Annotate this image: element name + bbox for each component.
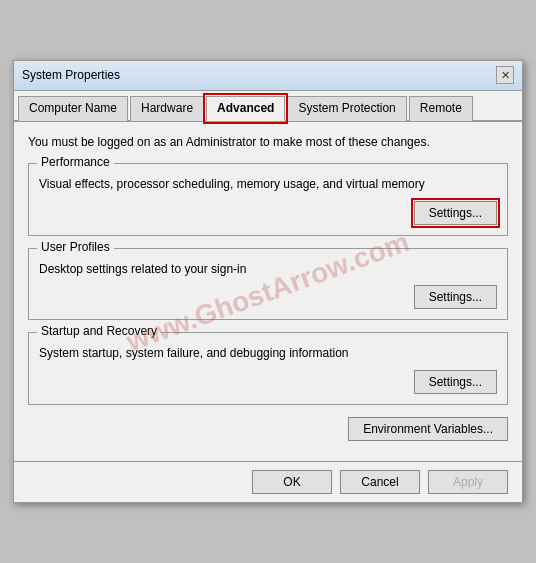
- user-profiles-group-title: User Profiles: [37, 240, 114, 254]
- tab-system-protection[interactable]: System Protection: [287, 96, 406, 121]
- ok-button[interactable]: OK: [252, 470, 332, 494]
- apply-button[interactable]: Apply: [428, 470, 508, 494]
- performance-group: Performance Visual effects, processor sc…: [28, 163, 508, 236]
- performance-group-title: Performance: [37, 155, 114, 169]
- startup-recovery-settings-button[interactable]: Settings...: [414, 370, 497, 394]
- startup-recovery-description: System startup, system failure, and debu…: [39, 345, 497, 362]
- system-properties-window: System Properties ✕ Computer Name Hardwa…: [13, 60, 523, 503]
- window-title: System Properties: [22, 68, 120, 82]
- tab-computer-name[interactable]: Computer Name: [18, 96, 128, 121]
- startup-recovery-group-title: Startup and Recovery: [37, 324, 161, 338]
- tab-advanced[interactable]: Advanced: [206, 96, 285, 121]
- user-profiles-settings-button[interactable]: Settings...: [414, 285, 497, 309]
- cancel-button[interactable]: Cancel: [340, 470, 420, 494]
- user-profiles-group: User Profiles Desktop settings related t…: [28, 248, 508, 321]
- environment-variables-button[interactable]: Environment Variables...: [348, 417, 508, 441]
- admin-notice: You must be logged on as an Administrato…: [28, 134, 508, 151]
- footer: OK Cancel Apply: [14, 461, 522, 502]
- tab-bar: Computer Name Hardware Advanced System P…: [14, 91, 522, 122]
- performance-settings-button[interactable]: Settings...: [414, 201, 497, 225]
- user-profiles-btn-row: Settings...: [39, 285, 497, 309]
- user-profiles-description: Desktop settings related to your sign-in: [39, 261, 497, 278]
- title-bar: System Properties ✕: [14, 61, 522, 91]
- env-variables-row: Environment Variables...: [28, 417, 508, 441]
- close-button[interactable]: ✕: [496, 66, 514, 84]
- startup-recovery-btn-row: Settings...: [39, 370, 497, 394]
- tab-content: You must be logged on as an Administrato…: [14, 122, 522, 461]
- content-area: www.GhostArrow.com You must be logged on…: [14, 122, 522, 461]
- performance-description: Visual effects, processor scheduling, me…: [39, 176, 497, 193]
- tab-remote[interactable]: Remote: [409, 96, 473, 121]
- tab-hardware[interactable]: Hardware: [130, 96, 204, 121]
- performance-btn-row: Settings...: [39, 201, 497, 225]
- startup-recovery-group: Startup and Recovery System startup, sys…: [28, 332, 508, 405]
